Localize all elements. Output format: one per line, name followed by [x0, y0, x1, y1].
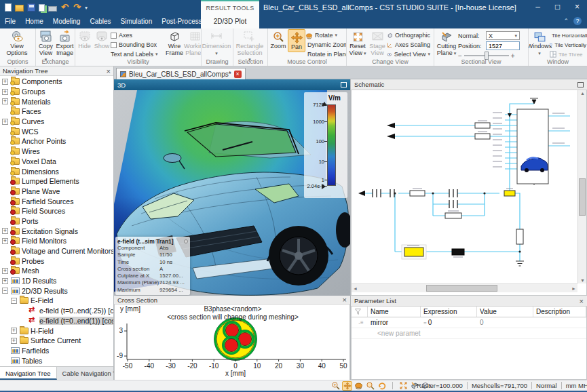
status-reset-view-icon[interactable] — [398, 381, 409, 391]
tree-expander-icon[interactable]: + — [2, 228, 8, 234]
minimize-button[interactable]: – — [528, 0, 548, 15]
tree-item[interactable]: Anchor Points — [0, 136, 113, 146]
pan-button[interactable]: Pan — [288, 29, 305, 52]
tree-expander-icon[interactable]: + — [2, 89, 8, 95]
close-icon[interactable]: × — [580, 297, 584, 305]
windows-button[interactable]: Windows ▾ — [529, 29, 550, 57]
column-header-value[interactable]: Value — [477, 307, 533, 317]
export-image-button[interactable]: Export Image — [55, 29, 75, 57]
copy-icon[interactable] — [39, 4, 45, 12]
zoom-button[interactable]: Zoom — [269, 29, 288, 51]
new-parameter-row[interactable]: <new parameter> — [352, 328, 586, 339]
column-header-description[interactable]: Description — [533, 307, 586, 317]
status-zoom-icon[interactable] — [330, 381, 341, 391]
tree-item[interactable]: +Groups — [0, 87, 113, 97]
help-icon[interactable]: ? — [573, 17, 582, 25]
save-icon[interactable] — [27, 3, 35, 12]
bounding-box-checkbox-row[interactable]: Bounding Box — [111, 40, 165, 50]
working-plane-button[interactable]: Working Plane ▾ — [184, 29, 202, 57]
maximize-icon[interactable] — [577, 82, 584, 87]
tree-item[interactable]: Plane Wave — [0, 187, 113, 197]
tree-item[interactable]: +Curves — [0, 117, 113, 127]
tab-cables[interactable]: Cables — [85, 15, 115, 28]
scrollbar-thumb[interactable] — [426, 285, 497, 292]
column-header-name[interactable]: Name — [368, 307, 421, 317]
tab-home[interactable]: Home — [20, 15, 48, 28]
scrollbar-thumb[interactable] — [579, 178, 586, 216]
tab-modeling[interactable]: Modeling — [48, 15, 86, 28]
cutting-plane-button[interactable]: Cutting Plane ▾ — [435, 29, 458, 57]
close-icon[interactable]: × — [343, 296, 347, 304]
status-rotate-icon[interactable] — [354, 381, 364, 391]
tree-item[interactable]: WCS — [0, 126, 113, 136]
close-button[interactable]: × — [567, 0, 587, 15]
rotate-menu[interactable]: Rotate▾ — [305, 31, 346, 40]
tab-navigation-tree[interactable]: Navigation Tree — [0, 367, 57, 380]
tree-expander-icon[interactable]: + — [2, 79, 8, 85]
tab-2d3d-plot[interactable]: 2D/3D Plot — [201, 15, 259, 28]
tree-expander-icon[interactable]: + — [2, 98, 8, 104]
schematic-vertical-scrollbar[interactable]: ▲ ▼ — [577, 90, 586, 283]
tree-expander-icon[interactable]: + — [2, 119, 8, 125]
tree-item[interactable]: e-field (t=0..end(.25)) [cosim Tran1] — [0, 306, 113, 316]
tab-simulation[interactable]: Simulation — [116, 15, 157, 28]
tree-item[interactable]: +Surface Current — [0, 336, 113, 346]
3d-viewport[interactable]: V/m 7125 1000 100 10 1 2.04e-6 — [114, 90, 350, 296]
tree-item[interactable]: Field Sources — [0, 206, 113, 216]
stage-view-button[interactable]: Stage View — [368, 29, 387, 57]
status-dynamic-zoom-icon[interactable] — [365, 381, 375, 391]
maximize-icon[interactable] — [341, 82, 347, 87]
filter-column-header[interactable] — [352, 307, 368, 317]
open-project-icon[interactable] — [15, 5, 24, 12]
reset-view-button[interactable]: Reset View ▾ — [347, 29, 368, 57]
normal-select[interactable]: X▾ — [486, 31, 520, 40]
tree-item[interactable]: +Components — [0, 77, 113, 87]
dimension-button[interactable]: Dimension ▾ — [202, 29, 231, 57]
tile-horizontally-button[interactable]: Tile Horizontally — [550, 31, 586, 40]
pin-icon[interactable] — [184, 239, 188, 243]
tree-item[interactable]: +Field Monitors — [0, 236, 113, 246]
tree-item[interactable]: −E-Field — [0, 296, 113, 306]
collapse-ribbon-icon[interactable]: ⌃ — [563, 18, 569, 24]
tile-vertically-button[interactable]: Tile Vertically — [550, 40, 586, 50]
tab-file[interactable]: File — [0, 15, 20, 28]
tree-item[interactable]: Tables — [0, 355, 113, 366]
tree-item[interactable]: +1D Results — [0, 276, 113, 286]
tree-item[interactable]: +Mesh — [0, 266, 113, 276]
tree-item[interactable]: e-field (t=0..end(1)) [cosim Tran1] — [0, 316, 113, 326]
slider-track[interactable] — [464, 55, 509, 56]
tree-item[interactable]: +Excitation Signals — [0, 226, 113, 236]
tree-item[interactable]: Farfields — [0, 346, 113, 356]
column-header-expression[interactable]: Expression — [421, 307, 477, 317]
parameter-row[interactable]: -≡ mirror =0 0 — [352, 317, 586, 328]
tree-item[interactable]: Ports — [0, 216, 113, 227]
schematic-horizontal-scrollbar[interactable]: ◄ ► — [352, 283, 577, 292]
tree-expander-icon[interactable]: + — [11, 328, 17, 334]
status-rotate-in-plane-icon[interactable] — [377, 381, 387, 391]
bounding-box-checkbox[interactable] — [111, 42, 117, 48]
tree-item[interactable]: −2D/3D Results — [0, 286, 113, 296]
undo-icon[interactable]: ↶ — [60, 3, 69, 12]
print-icon[interactable] — [48, 6, 57, 12]
position-input[interactable] — [486, 41, 520, 50]
tree-item[interactable]: Farfield Sources — [0, 196, 113, 206]
tree-item[interactable]: +H-Field — [0, 326, 113, 336]
orthographic-button[interactable]: Orthographic — [387, 31, 430, 40]
dynamic-zoom-button[interactable]: Dynamic Zoom — [305, 40, 346, 50]
close-icon[interactable]: × — [107, 67, 111, 75]
show-button[interactable]: Show — [93, 29, 111, 51]
tree-expander-icon[interactable]: − — [2, 288, 8, 294]
wire-frame-button[interactable]: Wire Frame — [165, 29, 184, 57]
tree-expander-icon[interactable]: + — [2, 278, 8, 284]
status-pan-icon[interactable] — [342, 381, 352, 391]
view-options-button[interactable]: View Options — [1, 29, 33, 57]
redo-icon[interactable]: ↷ — [73, 3, 81, 12]
document-tab[interactable]: Bleu_Car_CBLS_ESD_allComps* × — [116, 68, 246, 79]
tree-item[interactable]: Faces — [0, 106, 113, 117]
tree-expander-icon[interactable]: + — [2, 268, 8, 274]
new-project-icon[interactable] — [5, 3, 12, 12]
tree-item[interactable]: Wires — [0, 146, 113, 157]
tree-item[interactable]: Lumped Elements — [0, 176, 113, 187]
tree-item[interactable]: Probes — [0, 256, 113, 266]
tree-expander-icon[interactable]: + — [11, 338, 17, 344]
